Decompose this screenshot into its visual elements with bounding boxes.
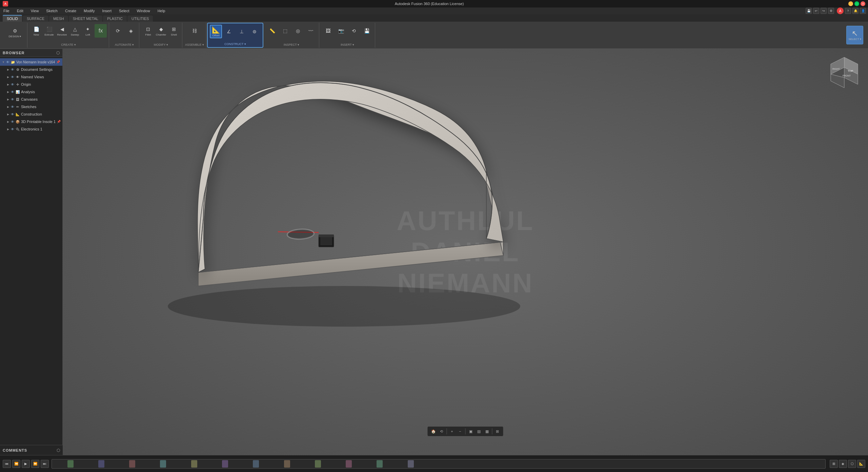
- btn-fit-to-window[interactable]: ⟲: [438, 428, 445, 435]
- btn-automate1[interactable]: ⟳: [112, 24, 124, 38]
- menu-view[interactable]: View: [29, 8, 40, 14]
- timeline-marker-5[interactable]: [191, 460, 197, 468]
- btn-status-2[interactable]: ◈: [839, 460, 847, 468]
- btn-timeline-start[interactable]: ⏮: [3, 460, 11, 468]
- btn-interference[interactable]: ⬚: [279, 24, 291, 38]
- menu-create[interactable]: Create: [64, 8, 78, 14]
- tree-item-3d-insole[interactable]: ▶ 👁 📦 3D Printable Insole 1 📌: [0, 118, 62, 125]
- btn-timeline-end[interactable]: ⏭: [41, 460, 49, 468]
- eye-construction[interactable]: 👁: [11, 112, 14, 116]
- pin-insole[interactable]: 📌: [57, 120, 61, 123]
- btn-display-mode-1[interactable]: ▣: [467, 428, 475, 435]
- btn-display-mode-2[interactable]: ▤: [475, 428, 483, 435]
- tree-toggle-insole[interactable]: ▶: [6, 120, 10, 124]
- tree-toggle-sketches[interactable]: ▶: [6, 105, 10, 109]
- account-icon[interactable]: 👤: [860, 8, 866, 14]
- btn-insert-image[interactable]: 🖼: [322, 24, 334, 38]
- tab-plastic[interactable]: PLASTIC: [103, 16, 127, 22]
- timeline-marker-8[interactable]: [284, 460, 290, 468]
- menu-select[interactable]: Select: [118, 8, 131, 14]
- btn-extrude[interactable]: ⬛Extrude: [43, 24, 55, 38]
- tree-toggle-views[interactable]: ▶: [6, 75, 10, 79]
- tree-item-doc-settings[interactable]: ▶ 👁 ⚙ Document Settings: [0, 66, 62, 73]
- eye-root[interactable]: 👁: [6, 60, 9, 64]
- eye-electronics[interactable]: 👁: [11, 127, 14, 131]
- timeline-track[interactable]: [52, 459, 826, 469]
- tree-toggle-origin[interactable]: ▶: [6, 82, 10, 86]
- btn-curvature[interactable]: 〰: [305, 24, 317, 38]
- timeline-marker-9[interactable]: [315, 460, 321, 468]
- menu-sketch[interactable]: Sketch: [45, 8, 59, 14]
- profile-icon[interactable]: A: [837, 7, 844, 14]
- timeline-marker-12[interactable]: [408, 460, 414, 468]
- timeline-marker-2[interactable]: [98, 460, 104, 468]
- tab-solid[interactable]: SOLID: [3, 15, 22, 22]
- btn-measure[interactable]: 📏: [266, 24, 278, 38]
- btn-angle-plane[interactable]: ∠: [223, 25, 235, 38]
- menu-insert[interactable]: Insert: [101, 8, 113, 14]
- tree-item-sketches[interactable]: ▶ 👁 ✏ Sketches: [0, 103, 62, 110]
- btn-display-settings[interactable]: ⊞: [494, 428, 501, 435]
- browser-expand-icon[interactable]: ⬡: [56, 50, 60, 55]
- btn-revolve[interactable]: ◀Revolve: [56, 24, 68, 38]
- menu-window[interactable]: Window: [136, 8, 152, 14]
- btn-timeline-next[interactable]: ⏩: [31, 460, 39, 468]
- btn-timeline-play[interactable]: ▶: [22, 460, 30, 468]
- tree-toggle-doc[interactable]: ▶: [6, 67, 10, 71]
- tree-toggle-construction[interactable]: ▶: [6, 112, 10, 116]
- tree-toggle-root[interactable]: ▼: [1, 60, 5, 64]
- btn-fx[interactable]: fx: [95, 24, 107, 38]
- pin-icon-root[interactable]: 📌: [56, 60, 60, 64]
- timeline-marker-3[interactable]: [129, 460, 135, 468]
- menu-edit[interactable]: Edit: [16, 8, 25, 14]
- eye-insole[interactable]: 👁: [11, 120, 14, 124]
- close-button[interactable]: ✕: [861, 1, 865, 6]
- timeline-marker-6[interactable]: [222, 460, 228, 468]
- redo-button[interactable]: ↪: [821, 8, 827, 14]
- eye-sketches[interactable]: 👁: [11, 105, 14, 109]
- btn-status-3[interactable]: ⬡: [848, 460, 856, 468]
- help-icon[interactable]: ?: [845, 8, 851, 14]
- tab-utilities[interactable]: UTILITIES: [127, 16, 153, 22]
- timeline-marker-1[interactable]: [67, 460, 74, 468]
- btn-fillet[interactable]: ⊡Fillet: [142, 24, 154, 38]
- btn-sweep[interactable]: △Sweep: [69, 24, 81, 38]
- btn-status-1[interactable]: ⊞: [830, 460, 838, 468]
- btn-display-mode-3[interactable]: ▦: [483, 428, 491, 435]
- eye-views[interactable]: 👁: [11, 75, 14, 79]
- notifications-icon[interactable]: 🔔: [852, 8, 859, 14]
- tree-item-construction[interactable]: ▶ 👁 📐 Construction: [0, 110, 62, 118]
- tab-sheetmetal[interactable]: SHEET METAL: [69, 16, 102, 22]
- minimize-button[interactable]: _: [848, 1, 853, 6]
- eye-origin[interactable]: 👁: [11, 83, 14, 86]
- btn-loft[interactable]: ✦Loft: [82, 24, 94, 38]
- tree-item-named-views[interactable]: ▶ 👁 👁 Named Views: [0, 73, 62, 81]
- btn-zebra[interactable]: ◎: [292, 24, 304, 38]
- btn-new-component[interactable]: 📄New: [30, 24, 42, 38]
- tree-item-electronics[interactable]: ▶ 👁 🔌 Electronics 1: [0, 125, 62, 133]
- eye-canvases[interactable]: 👁: [11, 98, 14, 101]
- timeline-marker-7[interactable]: [253, 460, 259, 468]
- btn-timeline-prev[interactable]: ⏪: [12, 460, 20, 468]
- maximize-button[interactable]: □: [854, 1, 859, 6]
- timeline-marker-11[interactable]: [377, 460, 383, 468]
- eye-analysis[interactable]: 👁: [11, 90, 14, 94]
- btn-joint[interactable]: ⛓: [188, 24, 201, 38]
- btn-offset-plane[interactable]: 📐Offset: [210, 25, 222, 38]
- tab-surface[interactable]: SURFACE: [23, 16, 48, 22]
- btn-status-4[interactable]: 📐: [857, 460, 865, 468]
- btn-zoom-out[interactable]: −: [457, 428, 464, 435]
- btn-insert-mesh[interactable]: 💾: [361, 24, 373, 38]
- eye-doc[interactable]: 👁: [11, 68, 14, 71]
- btn-shell[interactable]: ⊞Shell: [168, 24, 180, 38]
- btn-home-view[interactable]: 🏠: [430, 428, 437, 435]
- save-button[interactable]: 💾: [806, 8, 812, 14]
- menu-file[interactable]: File: [2, 8, 11, 14]
- btn-automate2[interactable]: ◈: [125, 24, 137, 38]
- tree-toggle-electronics[interactable]: ▶: [6, 127, 10, 131]
- menu-help[interactable]: Help: [156, 8, 167, 14]
- settings-button[interactable]: ⚙: [828, 8, 834, 14]
- btn-zoom-in[interactable]: +: [448, 428, 456, 435]
- tree-toggle-canvases[interactable]: ▶: [6, 97, 10, 101]
- design-dropdown[interactable]: ⚙ DESIGN ▾: [5, 24, 25, 41]
